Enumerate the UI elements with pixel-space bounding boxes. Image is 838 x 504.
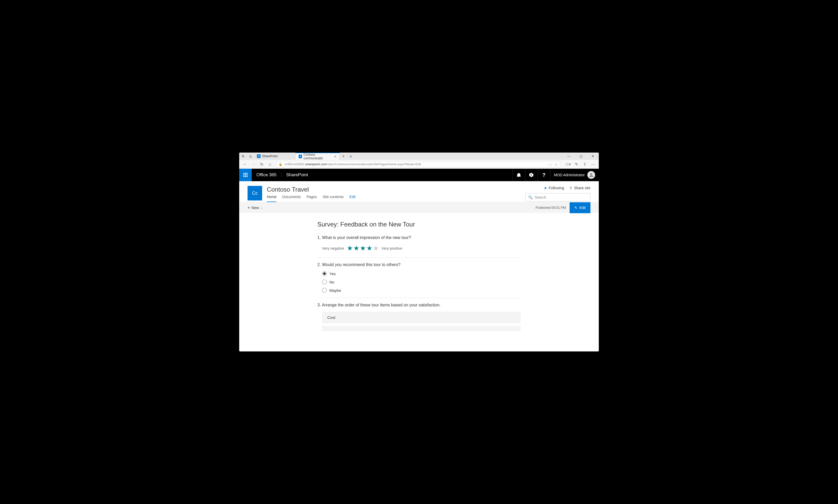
question-text: 2. Would you recommend this tour to othe…: [318, 263, 520, 267]
plus-icon: +: [247, 205, 250, 210]
rating-right-label: Very positive: [381, 246, 402, 250]
home-button[interactable]: ⌂: [266, 161, 274, 168]
tab-label: Contoso communicatio: [304, 153, 333, 160]
stars: ★ ★ ★ ★ ★: [347, 244, 379, 252]
browser-tab-strip: ⧉ ⇲ S SharePoint S Contoso communicatio …: [239, 152, 599, 160]
new-label: New: [252, 206, 259, 210]
pin-tab-icon[interactable]: ⧉: [239, 154, 246, 158]
radio-label: No: [329, 280, 334, 284]
reading-view-icon[interactable]: ▭: [548, 162, 552, 167]
radio-icon: [322, 280, 327, 284]
nav-site-contents[interactable]: Site contents: [323, 195, 344, 202]
edit-page-button[interactable]: ✎ Edit: [570, 202, 591, 213]
more-icon[interactable]: ⋯: [589, 161, 597, 168]
search-input[interactable]: 🔍 Search: [525, 193, 591, 201]
following-label: Following: [549, 186, 564, 190]
site-title[interactable]: Contoso Travel: [267, 186, 525, 193]
waffle-icon: [243, 173, 247, 177]
rating-left-label: Very negative: [322, 246, 344, 250]
pencil-icon: ✎: [574, 206, 578, 210]
command-bar: + New ⌄ Published 05:01 PM ✎ Edit: [239, 202, 599, 213]
radio-group: Yes No Maybe: [318, 271, 520, 293]
url-text: m365x428060.sharepoint.com/sites/Contoso…: [285, 162, 546, 166]
svg-point-0: [590, 173, 592, 175]
refresh-button[interactable]: ↻: [258, 161, 265, 168]
user-menu[interactable]: MOD Administrator: [550, 169, 599, 181]
new-button[interactable]: + New ⌄: [247, 205, 262, 210]
sort-item-placeholder[interactable]: [322, 326, 520, 331]
star-icon[interactable]: ★: [373, 244, 379, 252]
notifications-button[interactable]: [513, 169, 525, 181]
radio-label: Yes: [329, 271, 336, 276]
close-window-button[interactable]: ✕: [587, 152, 599, 160]
radio-label: Maybe: [329, 288, 341, 293]
sharepoint-icon: S: [298, 155, 302, 158]
question-text: 3. Arrange the order of these tour items…: [318, 303, 520, 307]
minimize-button[interactable]: —: [563, 152, 575, 160]
forward-button[interactable]: →: [250, 161, 257, 168]
nav-home[interactable]: Home: [267, 195, 276, 202]
radio-icon: [322, 271, 327, 276]
page-content: Survey: Feedback on the New Tour 1. What…: [287, 213, 551, 352]
radio-option-no[interactable]: No: [322, 280, 520, 284]
address-bar[interactable]: 🔒 m365x428060.sharepoint.com/sites/Conto…: [276, 161, 560, 167]
site-nav: Home Documents Pages Site contents Edit: [267, 195, 525, 202]
nav-documents[interactable]: Documents: [282, 195, 301, 202]
bell-icon: [517, 173, 521, 177]
published-status: Published 05:01 PM: [532, 206, 570, 210]
browser-toolbar: ← → ↻ ⌂ 🔒 m365x428060.sharepoint.com/sit…: [239, 160, 599, 169]
share-icon[interactable]: ⇪: [581, 161, 588, 168]
star-icon[interactable]: ★: [353, 244, 359, 252]
site-logo[interactable]: Cc: [247, 186, 262, 200]
back-button[interactable]: ←: [241, 161, 249, 168]
radio-option-maybe[interactable]: Maybe: [322, 288, 520, 293]
sort-item-cost[interactable]: Cost: [322, 312, 520, 323]
settings-button[interactable]: [525, 169, 537, 181]
set-aside-tabs-icon[interactable]: ⇲: [246, 155, 254, 158]
chevron-down-icon: ⌄: [260, 206, 262, 209]
gear-icon: [529, 173, 533, 177]
suite-bar: Office 365 SharePoint ? MOD Administrato…: [239, 169, 599, 181]
radio-option-yes[interactable]: Yes: [322, 271, 520, 276]
tab-sharepoint[interactable]: S SharePoint: [254, 152, 295, 160]
share-site-button[interactable]: ⇪ Share site: [569, 186, 591, 190]
suite-brand[interactable]: Office 365: [252, 172, 281, 178]
star-icon[interactable]: ★: [360, 244, 366, 252]
question-3: 3. Arrange the order of these tour items…: [318, 303, 520, 339]
edit-label: Edit: [580, 206, 586, 210]
star-icon[interactable]: ★: [366, 244, 372, 252]
following-button[interactable]: ★ Following: [544, 186, 564, 190]
tab-contoso[interactable]: S Contoso communicatio ×: [295, 152, 340, 160]
radio-icon: [322, 288, 327, 293]
tab-label: SharePoint: [262, 155, 277, 158]
favorites-hub-icon[interactable]: ☆≡: [564, 161, 572, 168]
app-launcher[interactable]: [239, 169, 252, 181]
question-2: 2. Would you recommend this tour to othe…: [318, 263, 520, 298]
survey-title: Survey: Feedback on the New Tour: [318, 221, 520, 228]
share-icon: ⇪: [569, 186, 572, 190]
site-header: Cc Contoso Travel Home Documents Pages S…: [239, 181, 599, 202]
suite-app-name[interactable]: SharePoint: [281, 172, 313, 178]
more-tabs-icon[interactable]: ∨: [347, 152, 354, 160]
user-name: MOD Administrator: [554, 173, 585, 177]
search-icon: 🔍: [528, 195, 533, 199]
nav-edit[interactable]: Edit: [349, 195, 356, 202]
star-icon[interactable]: ★: [347, 244, 353, 252]
sharepoint-icon: S: [257, 155, 260, 158]
person-icon: [589, 173, 594, 177]
help-button[interactable]: ?: [537, 169, 550, 181]
lock-icon: 🔒: [278, 162, 283, 166]
share-label: Share site: [574, 186, 591, 190]
question-1: 1. What is your overall impression of th…: [318, 235, 520, 258]
nav-pages[interactable]: Pages: [306, 195, 317, 202]
question-icon: ?: [542, 172, 545, 178]
notes-icon[interactable]: ✎: [573, 161, 580, 168]
avatar: [587, 171, 595, 179]
star-filled-icon: ★: [544, 186, 547, 190]
maximize-button[interactable]: ▢: [575, 152, 587, 160]
new-tab-button[interactable]: +: [340, 152, 347, 160]
question-text: 1. What is your overall impression of th…: [318, 235, 520, 240]
close-tab-icon[interactable]: ×: [334, 155, 337, 159]
rating-control[interactable]: Very negative ★ ★ ★ ★ ★ Very positive: [318, 244, 520, 252]
favorite-icon[interactable]: ☆: [554, 162, 558, 167]
